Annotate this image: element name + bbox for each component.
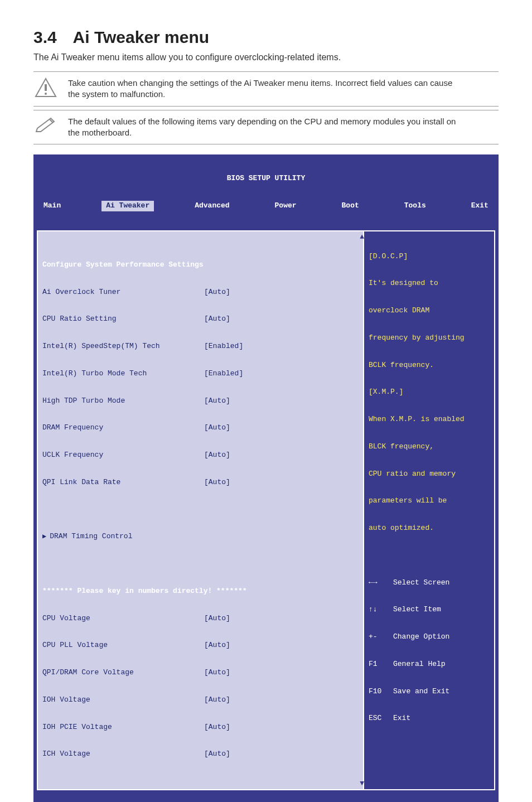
row-cpu-ratio[interactable]: CPU Ratio Setting[Auto] bbox=[42, 315, 359, 323]
row-ai-overclock-tuner[interactable]: Ai Overclock Tuner[Auto] bbox=[42, 288, 359, 297]
row-ich-voltage[interactable]: ICH Voltage[Auto] bbox=[42, 750, 359, 758]
menu-tools[interactable]: Tools bbox=[400, 201, 431, 211]
caution-note: Take caution when changing the settings … bbox=[33, 71, 499, 107]
pencil-icon bbox=[33, 116, 58, 133]
menu-main[interactable]: Main bbox=[39, 201, 65, 211]
menu-ai-tweaker[interactable]: Ai Tweaker bbox=[101, 201, 154, 211]
svg-marker-3 bbox=[36, 118, 54, 132]
bios-title: BIOS SETUP UTILITY bbox=[33, 173, 499, 183]
help-line: overclock DRAM bbox=[369, 306, 490, 315]
row-turbo-mode[interactable]: Intel(R) Turbo Mode Tech[Enabled] bbox=[42, 369, 359, 378]
help-line: frequency by adjusting bbox=[369, 334, 490, 342]
svg-rect-1 bbox=[45, 84, 47, 91]
row-ioh-voltage[interactable]: IOH Voltage[Auto] bbox=[42, 695, 359, 704]
info-note: The default values of the following item… bbox=[33, 110, 499, 145]
help-line: parameters will be bbox=[369, 496, 490, 505]
page-heading: 3.4 Ai Tweaker menu bbox=[33, 28, 499, 47]
help-line: auto optimized. bbox=[369, 524, 490, 533]
menu-boot[interactable]: Boot bbox=[337, 201, 364, 211]
row-qpi-link[interactable]: QPI Link Data Rate[Auto] bbox=[42, 478, 359, 487]
row-ioh-pcie-voltage[interactable]: IOH PCIE Voltage[Auto] bbox=[42, 723, 359, 732]
help-line: BLCK frequency, bbox=[369, 442, 490, 451]
bios-window-1: BIOS SETUP UTILITY Main Ai Tweaker Advan… bbox=[33, 154, 499, 802]
row-cpu-pll-voltage[interactable]: CPU PLL Voltage[Auto] bbox=[42, 641, 359, 650]
scroll-down-icon[interactable]: ▼ bbox=[360, 779, 364, 788]
bios-left-panel: ▲ Configure System Performance Settings … bbox=[37, 230, 364, 790]
nav-select-screen: ←→Select Screen bbox=[369, 578, 490, 587]
numbers-divider: ******* Please key in numbers directly! … bbox=[42, 587, 359, 596]
bios-help-panel: [D.O.C.P] It's designed to overclock DRA… bbox=[364, 230, 495, 790]
row-uclk-freq[interactable]: UCLK Frequency[Auto] bbox=[42, 451, 359, 460]
nav-save-exit: F10Save and Exit bbox=[369, 687, 490, 696]
help-line: CPU ratio and memory bbox=[369, 470, 490, 479]
row-cpu-voltage[interactable]: CPU Voltage[Auto] bbox=[42, 614, 359, 623]
row-dram-timing[interactable]: ▶DRAM Timing Control bbox=[42, 532, 359, 541]
svg-point-2 bbox=[45, 93, 47, 95]
scroll-up-icon[interactable]: ▲ bbox=[360, 233, 364, 241]
page-intro: The Ai Tweaker menu items allow you to c… bbox=[33, 52, 499, 62]
warning-icon bbox=[33, 78, 58, 98]
row-high-tdp[interactable]: High TDP Turbo Mode[Auto] bbox=[42, 397, 359, 405]
bios-section-heading: Configure System Performance Settings bbox=[42, 260, 359, 269]
caution-text: Take caution when changing the settings … bbox=[68, 78, 499, 100]
bios-menu: Main Ai Tweaker Advanced Power Boot Tool… bbox=[33, 201, 499, 212]
row-qpi-dram-voltage[interactable]: QPI/DRAM Core Voltage[Auto] bbox=[42, 668, 359, 677]
row-speedstep[interactable]: Intel(R) SpeedStep(TM) Tech[Enabled] bbox=[42, 342, 359, 351]
nav-help: F1General Help bbox=[369, 660, 490, 669]
nav-select-item: ↑↓Select Item bbox=[369, 605, 490, 614]
row-dram-freq[interactable]: DRAM Frequency[Auto] bbox=[42, 423, 359, 432]
menu-power[interactable]: Power bbox=[270, 201, 301, 211]
help-line: BCLK frequency. bbox=[369, 361, 490, 370]
nav-change-option: +-Change Option bbox=[369, 632, 490, 641]
help-line: [X.M.P.] bbox=[369, 388, 490, 397]
help-line: When X.M.P. is enabled bbox=[369, 415, 490, 424]
nav-exit: ESCExit bbox=[369, 714, 490, 723]
menu-exit[interactable]: Exit bbox=[467, 201, 493, 211]
submenu-arrow-icon: ▶ bbox=[42, 533, 46, 541]
help-line: It's designed to bbox=[369, 279, 490, 288]
help-line: [D.O.C.P] bbox=[369, 252, 490, 261]
info-text: The default values of the following item… bbox=[68, 116, 499, 139]
menu-advanced[interactable]: Advanced bbox=[190, 201, 234, 211]
